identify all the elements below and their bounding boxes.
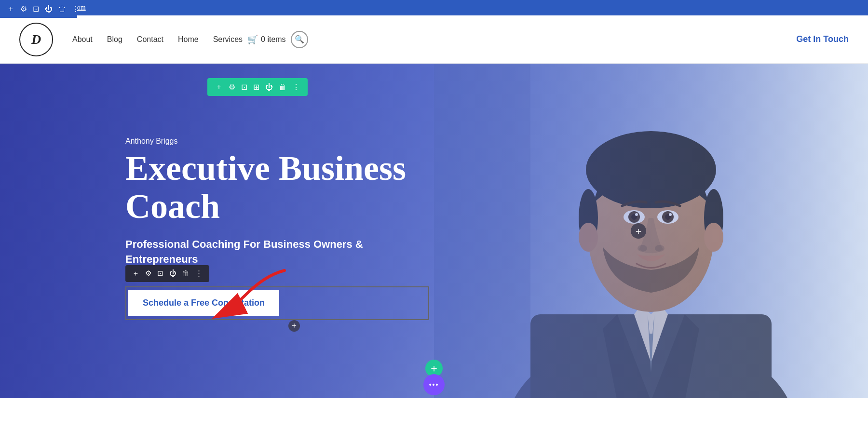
hero-content: Anthony Briggs Executive Business Coach … xyxy=(125,64,463,398)
hero-section: ＋ ⚙ ⊡ ⊞ ⏻ 🗑 ⋮ ＋ Anthony Briggs Executive… xyxy=(0,64,868,398)
add-section-icon: ＋ xyxy=(429,361,439,376)
hero-title: Executive Business Coach xyxy=(125,149,463,226)
cart-count: 0 items xyxy=(261,35,286,44)
btn-clone-icon[interactable]: ⊡ xyxy=(157,269,163,278)
cart-icon: 🛒 xyxy=(247,34,258,45)
cart-area[interactable]: 🛒 0 items xyxy=(247,34,286,45)
btn-disable-icon[interactable]: ⏻ xyxy=(169,269,176,278)
section-module-toolbar: ＋ ⚙ ⊡ ⊞ ⏻ 🗑 ⋮ xyxy=(207,78,308,96)
hero-title-line2: Coach xyxy=(125,187,220,226)
btn-add-icon[interactable]: ＋ xyxy=(132,269,139,278)
red-arrow xyxy=(188,266,294,323)
outer-delete-icon[interactable]: 🗑 xyxy=(58,5,66,13)
logo-letter: D xyxy=(31,32,41,47)
module-settings-icon[interactable]: ⚙ xyxy=(229,82,235,92)
outer-clone-icon[interactable]: ⊡ xyxy=(33,4,39,13)
outer-toolbar-bar: ＋ ⚙ ⊡ ⏻ 🗑 ⋮ xyxy=(0,0,77,18)
nav-services[interactable]: Services xyxy=(213,35,243,44)
module-disable-icon[interactable]: ⏻ xyxy=(265,83,273,92)
cta-area: ＋ ⚙ ⊡ ⏻ 🗑 ⋮ Schedule a Free Consultation… xyxy=(125,286,463,320)
outer-builder-toolbar: ＋ ⚙ ⊡ ⏻ 🗑 ⋮ xyxy=(0,0,77,18)
author-label: Anthony Briggs xyxy=(125,137,463,146)
outer-more-icon[interactable]: ⋮ xyxy=(72,4,80,13)
nav-contact[interactable]: Contact xyxy=(137,35,163,44)
hero-title-line1: Executive Business xyxy=(125,149,406,188)
btn-settings-icon[interactable]: ⚙ xyxy=(145,269,151,278)
module-add-icon[interactable]: ＋ xyxy=(215,82,223,92)
add-column-icon: ＋ xyxy=(634,225,643,238)
outer-disable-icon[interactable]: ⏻ xyxy=(45,5,53,13)
search-button[interactable]: 🔍 xyxy=(291,31,308,48)
hero-subtitle-line1: Professional Coaching For Business Owner… xyxy=(125,238,363,250)
hero-subtitle-line2: Entrepreneurs xyxy=(125,253,198,265)
module-delete-icon[interactable]: 🗑 xyxy=(279,83,286,92)
more-options-icon: ••• xyxy=(429,381,439,389)
more-options-button[interactable]: ••• xyxy=(423,374,445,395)
main-nav: About Blog Contact Home Services xyxy=(72,35,243,44)
outer-settings-icon[interactable]: ⚙ xyxy=(20,4,27,13)
header: D About Blog Contact Home Services 🛒 0 i… xyxy=(0,15,868,64)
nav-home[interactable]: Home xyxy=(178,35,199,44)
top-bar: hello@divibusiness.com xyxy=(0,0,868,15)
nav-blog[interactable]: Blog xyxy=(107,35,122,44)
outer-add-icon[interactable]: ＋ xyxy=(7,4,14,14)
module-more-icon[interactable]: ⋮ xyxy=(292,82,300,92)
hero-subtitle: Professional Coaching For Business Owner… xyxy=(125,237,463,267)
module-clone-icon[interactable]: ⊡ xyxy=(241,82,247,92)
module-columns-icon[interactable]: ⊞ xyxy=(253,82,259,92)
logo[interactable]: D xyxy=(19,23,53,56)
search-icon: 🔍 xyxy=(295,35,304,44)
get-in-touch-link[interactable]: Get In Touch xyxy=(796,34,849,44)
add-column-button[interactable]: ＋ xyxy=(631,223,646,239)
nav-about[interactable]: About xyxy=(72,35,93,44)
